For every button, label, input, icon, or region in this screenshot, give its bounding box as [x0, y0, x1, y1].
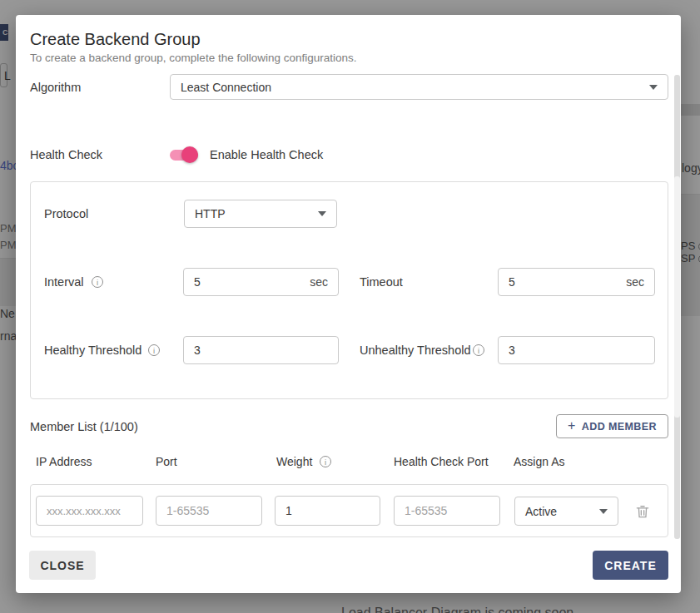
info-icon[interactable]: i: [148, 344, 160, 356]
protocol-label: Protocol: [44, 207, 88, 220]
screen: CR L 4bc PM PM Ne rna logy PSi SPi Load …: [0, 0, 700, 613]
health-check-toggle-label: Enable Health Check: [210, 148, 323, 161]
ip-address-input[interactable]: [47, 505, 132, 517]
algorithm-select[interactable]: Least Connection: [170, 74, 668, 100]
member-list-title: Member List (1/100): [30, 420, 138, 433]
info-icon[interactable]: i: [92, 276, 103, 288]
ip-address-field[interactable]: [36, 496, 143, 526]
chevron-down-icon: [318, 211, 326, 216]
timeout-unit: sec: [626, 275, 644, 289]
health-check-port-field[interactable]: [394, 496, 500, 526]
dialog-subtitle: To create a backend group, complete the …: [30, 52, 357, 64]
protocol-value: HTTP: [195, 207, 226, 220]
interval-input[interactable]: [194, 275, 305, 289]
interval-label: Interval: [44, 275, 84, 289]
unhealthy-threshold-label: Unhealthy Threshold: [360, 344, 471, 357]
column-header-ip: IP Address: [36, 455, 92, 468]
interval-field[interactable]: sec: [183, 268, 339, 296]
algorithm-value: Least Connection: [181, 81, 271, 94]
weight-field[interactable]: [275, 496, 380, 526]
dialog-title: Create Backend Group: [30, 30, 201, 49]
close-button[interactable]: CLOSE: [29, 551, 96, 580]
timeout-field[interactable]: sec: [498, 268, 655, 296]
protocol-select[interactable]: HTTP: [184, 200, 337, 228]
add-member-button[interactable]: + ADD MEMBER: [556, 414, 668, 438]
chevron-down-icon: [649, 85, 658, 90]
unhealthy-threshold-input[interactable]: [509, 344, 644, 357]
unhealthy-threshold-field[interactable]: [498, 336, 655, 364]
create-button[interactable]: CREATE: [593, 551, 668, 580]
health-check-toggle-knob[interactable]: [181, 146, 198, 163]
delete-member-button[interactable]: [634, 503, 651, 520]
info-icon[interactable]: i: [473, 344, 484, 356]
healthy-threshold-input[interactable]: [194, 344, 328, 357]
assign-as-select[interactable]: Active: [514, 497, 618, 526]
trash-icon: [634, 503, 651, 520]
health-check-label: Health Check: [30, 148, 102, 161]
plus-icon: +: [568, 418, 576, 433]
interval-unit: sec: [310, 275, 328, 289]
column-header-port: Port: [156, 455, 177, 468]
port-field[interactable]: [156, 496, 262, 526]
healthy-threshold-label: Healthy Threshold: [44, 344, 141, 357]
timeout-input[interactable]: [509, 275, 621, 289]
health-check-port-input[interactable]: [405, 504, 489, 517]
create-backend-group-dialog: Create Backend Group To create a backend…: [16, 15, 681, 593]
add-member-label: ADD MEMBER: [582, 421, 657, 433]
port-input[interactable]: [166, 504, 251, 517]
timeout-label: Timeout: [360, 275, 403, 289]
modal-scrollbar-thumb[interactable]: [674, 176, 680, 418]
column-header-weight: Weight: [276, 455, 312, 468]
assign-as-value: Active: [525, 505, 557, 518]
column-header-assign-as: Assign As: [514, 455, 564, 468]
healthy-threshold-field[interactable]: [183, 336, 339, 364]
chevron-down-icon: [599, 509, 608, 514]
info-icon[interactable]: i: [320, 456, 331, 467]
algorithm-label: Algorithm: [30, 81, 81, 94]
column-header-health-check-port: Health Check Port: [394, 455, 489, 468]
weight-input[interactable]: [285, 504, 370, 517]
